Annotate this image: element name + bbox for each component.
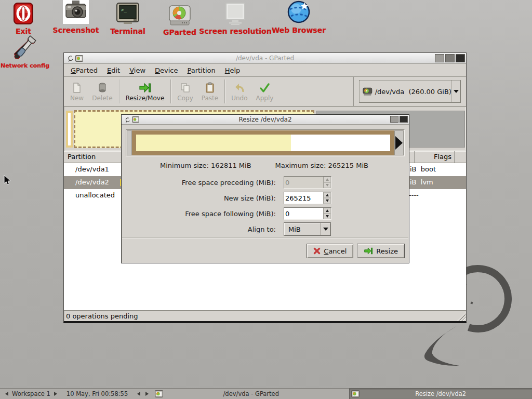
workspace-next-icon[interactable] [54,392,57,396]
paste-button[interactable]: Paste [197,77,222,106]
main-titlebar[interactable]: /dev/vda - GParted [64,53,466,64]
resize-free-space[interactable] [291,135,390,151]
menu-gparted[interactable]: GParted [66,64,102,76]
resize-move-button[interactable]: Resize/Move [122,77,169,106]
gparted-app-icon[interactable] [132,116,139,123]
gparted-app-icon[interactable] [75,55,83,62]
scroll-right-icon[interactable] [145,392,149,396]
toolbar-separator [224,79,225,103]
resize-button[interactable]: Resize [357,244,405,258]
gparted-app-icon [351,390,360,397]
launcher-label: Screenshot [53,26,99,34]
launcher-network-config[interactable]: Network config [0,36,50,69]
task-gparted-main[interactable]: /dev/vda - GParted [153,389,349,399]
menu-partition[interactable]: Partition [183,64,220,76]
operations-pending-text: 0 operations pending [66,312,138,320]
maximize-button[interactable] [445,54,455,62]
cancel-button[interactable]: Cancel [307,244,353,258]
delete-button[interactable]: Delete [88,77,116,106]
free-space-preceding-spinbox [284,176,331,189]
launcher-gparted[interactable]: GParted [155,2,205,36]
resize-slider [126,129,405,156]
visual-partition-vda1[interactable] [66,111,73,148]
scroll-left-icon[interactable] [137,392,140,396]
spin-down-button [324,182,331,188]
free-space-preceding-label: Free space preceding (MiB): [122,179,284,187]
task-resize-dialog[interactable]: Resize /dev/vda2 [349,389,532,399]
svg-text:>_: >_ [121,7,127,12]
new-button[interactable]: New [66,77,88,106]
actions-separator [122,237,408,238]
new-size-spinbox[interactable] [284,192,331,204]
dialog-close-button[interactable] [400,116,408,123]
launcher-screenshot[interactable]: Screenshot [51,0,101,34]
free-space-following-label: Free space following (MiB): [122,210,284,218]
menu-help[interactable]: Help [220,64,245,76]
grow-arrow-icon [395,136,403,150]
spin-down-button[interactable] [324,214,331,219]
resize-right-grip[interactable] [394,130,404,155]
close-button[interactable] [456,54,465,62]
taskbar: Workspace 1 10 May, Fri 00:58:55 /dev/vd… [0,388,532,399]
align-to-value: MiB [284,225,320,233]
workspace-prev-icon[interactable] [5,392,8,396]
monitor-icon [223,1,247,25]
clock: 10 May, Fri 00:58:55 [61,390,133,397]
new-size-label: New size (MiB): [122,194,284,202]
copy-button[interactable]: Copy [173,77,197,106]
undo-button[interactable]: Undo [227,77,251,106]
resize-used-space[interactable] [136,135,291,151]
chevron-down-icon [454,90,459,93]
menu-device[interactable]: Device [150,64,182,76]
spin-down-button[interactable] [324,198,331,204]
dialog-maximize-button[interactable] [390,116,398,123]
launcher-screen-resolution[interactable]: Screen resolution [199,1,272,35]
launcher-terminal[interactable]: >_ Terminal [103,1,153,35]
align-to-label: Align to: [122,225,284,233]
window-resize-grip[interactable] [457,312,466,321]
menu-edit[interactable]: Edit [102,64,125,76]
wm-swirl-icon[interactable] [66,55,73,62]
new-size-input[interactable] [284,192,323,204]
free-space-following-spinbox[interactable] [284,207,331,220]
chevron-down-icon [323,228,328,231]
power-icon [13,1,34,25]
menu-view[interactable]: View [125,64,150,76]
paste-icon [204,82,216,94]
free-space-preceding-input [284,177,323,188]
spin-up-button[interactable] [324,192,331,198]
free-space-following-input[interactable] [284,208,323,219]
workspace-label: Workspace 1 [12,390,50,397]
camera-icon [63,0,89,24]
spin-up-button[interactable] [324,208,331,214]
minimize-button[interactable] [435,54,444,62]
row-flags-fragment: iB lvm [410,178,433,186]
statusbar: 0 operations pending [64,310,466,321]
apply-button[interactable]: Apply [252,77,278,106]
cancel-x-icon [313,247,321,255]
align-to-combo[interactable]: MiB [284,222,331,236]
device-selector[interactable]: /dev/vda (260.00 GiB) [359,80,461,103]
launcher-label: Web Browser [272,26,326,34]
launcher-label: GParted [163,28,196,36]
menubar: GParted Edit View Device Partition Help [64,64,466,77]
device-selector-value: /dev/vda (260.00 GiB) [375,88,451,96]
copy-icon [180,82,191,94]
row-flags-fragment: iB boot [410,165,436,173]
toolbar-separator [119,79,119,103]
launcher-web-browser[interactable]: Web Browser [267,0,331,34]
resize-left-grip[interactable] [127,130,132,155]
resize-dialog: Resize /dev/vda2 Minimum size [121,114,409,263]
minimum-size-label: Minimum size: 162811 MiB [160,162,251,169]
gparted-drive-icon [168,2,191,26]
undo-icon [234,82,245,94]
resize-partition-frame[interactable] [132,130,394,155]
launcher-label: Screen resolution [199,27,271,35]
toolbar-separator [170,79,171,103]
column-divider [454,151,455,163]
launcher-label: Terminal [110,27,145,35]
dialog-titlebar[interactable]: Resize /dev/vda2 [122,115,409,125]
launcher-exit[interactable]: Exit [3,1,44,35]
wm-swirl-icon[interactable] [124,116,130,123]
resize-arrow-icon [364,247,373,255]
